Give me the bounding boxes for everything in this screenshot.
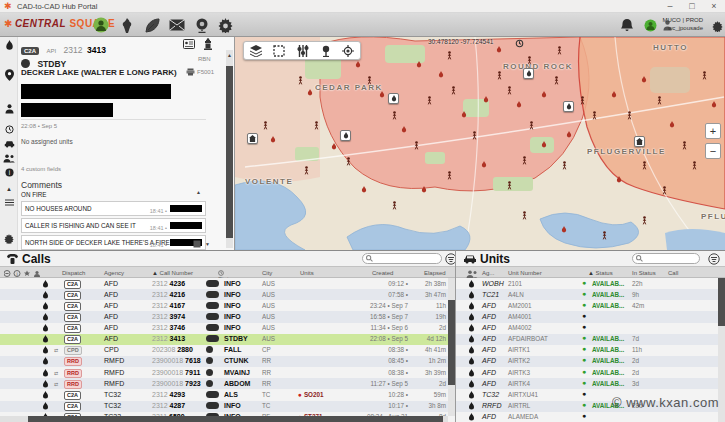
units-row[interactable]: AFDAIRTK1●AVAILAB...11h: [456, 345, 725, 356]
map-view[interactable]: 30.478120 -97.724541 + − CEDAR PARKROUND…: [235, 37, 725, 250]
fire-marker[interactable]: [307, 89, 313, 96]
fire-marker[interactable]: [461, 111, 467, 118]
col-units[interactable]: Units: [300, 270, 314, 276]
person-marker[interactable]: [450, 86, 457, 95]
col-dispatch[interactable]: Dispatch: [62, 270, 85, 276]
units-row[interactable]: AFDAIRTK2●AVAILAB...2d: [456, 356, 725, 367]
fire-map-badge[interactable]: [388, 93, 399, 104]
home-map-badge[interactable]: [634, 136, 645, 147]
calls-row[interactable]: C2AAFD2312 4167INFOAUS23:24 • Sep 711h: [0, 300, 455, 311]
person-marker[interactable]: [661, 186, 668, 195]
calls-row[interactable]: ⇄RRDRMFD23900018 7911MVAINJRR08:38 •3h 3…: [0, 367, 455, 378]
refresh-coords-icon[interactable]: [515, 39, 524, 48]
units-scroll-thumb[interactable]: [718, 278, 725, 326]
comments-scroll-down-icon[interactable]: ▼: [205, 241, 210, 247]
units-row[interactable]: AFDALAMEDA●: [456, 412, 725, 422]
col-call-number[interactable]: ▲ Call Number: [152, 270, 193, 276]
calls-row[interactable]: C2AAFD2312 4216INFOAUS07:58 •3h 47m: [0, 289, 455, 300]
calls-row[interactable]: C2ATC322312 4293ALSTC● SO20110:28 •59m: [0, 389, 455, 400]
units-filter-icon[interactable]: [708, 253, 720, 265]
mail-icon[interactable]: [168, 16, 186, 34]
person-marker[interactable]: [496, 71, 503, 80]
units-row[interactable]: AFDAFDAIRBOAT●AVAILAB...7d: [456, 334, 725, 345]
fire-map-badge[interactable]: [563, 101, 574, 112]
person-marker[interactable]: [601, 231, 608, 240]
fire-marker[interactable]: [355, 61, 361, 68]
comments-scroll-up-icon[interactable]: ▲: [196, 189, 201, 195]
hydrant-icon[interactable]: [203, 38, 213, 50]
fire-marker[interactable]: [541, 91, 547, 98]
calls-search-input[interactable]: [362, 253, 442, 264]
person-marker[interactable]: [579, 96, 586, 105]
zoom-out-button[interactable]: −: [705, 143, 721, 159]
calls-row[interactable]: C2AAFD2312 4236INFOAUS09:12 •2h 38m: [0, 278, 455, 289]
person-marker[interactable]: [641, 161, 648, 170]
units-row[interactable]: AFDAM2001●AVAILAB...42m: [456, 300, 725, 311]
comment-row[interactable]: CALLER IS FISHING AND CAN SEE IT 18:41 •: [21, 218, 206, 233]
col-unit-number[interactable]: Unit Number: [508, 270, 542, 276]
person-marker[interactable]: [556, 46, 563, 55]
detail-scrollbar[interactable]: ▲: [226, 50, 233, 248]
fire-marker[interactable]: [421, 186, 427, 193]
select-area-icon[interactable]: [273, 45, 285, 57]
person-marker[interactable]: [591, 111, 598, 120]
col-created[interactable]: Created: [372, 270, 393, 276]
person-marker[interactable]: [303, 166, 310, 175]
minimize-button[interactable]: –: [659, 0, 681, 13]
quill-icon[interactable]: [143, 16, 161, 34]
avatar-icon[interactable]: [92, 16, 110, 34]
fire-marker[interactable]: [416, 61, 422, 68]
comment-row[interactable]: NO HOUSES AROUND 18:41 •: [21, 201, 206, 216]
zoom-in-button[interactable]: +: [705, 123, 721, 139]
person-marker[interactable]: [391, 111, 398, 120]
person-marker[interactable]: [681, 141, 688, 150]
comment-row[interactable]: NORTH SIDE OF DECKER LAKE THERE'S A FIRE…: [21, 235, 206, 250]
id-card-icon[interactable]: [183, 39, 195, 49]
col-ag-[interactable]: Ag...: [482, 270, 494, 276]
person-marker[interactable]: [656, 96, 663, 105]
calls-scroll-thumb[interactable]: [448, 300, 455, 385]
fire-marker[interactable]: [379, 91, 385, 98]
person-marker[interactable]: [446, 51, 453, 60]
home-map-badge[interactable]: [247, 133, 258, 144]
fire-map-badge[interactable]: [523, 68, 534, 79]
col-city[interactable]: City: [262, 270, 272, 276]
col-status[interactable]: ▲ Status: [588, 270, 613, 276]
fire-marker[interactable]: [361, 186, 367, 193]
torch-icon[interactable]: [118, 16, 136, 34]
crosshair-icon[interactable]: [342, 45, 354, 57]
units-row[interactable]: AFDAM4002●: [456, 323, 725, 334]
col-in-status[interactable]: In Status: [632, 270, 656, 276]
calls-row[interactable]: C2AAFD2312 3746INFOAUS11:34 • Sep 62d: [0, 323, 455, 334]
fire-marker[interactable]: [481, 161, 487, 168]
units-row[interactable]: AFDAIRTK3●AVAILAB...2d: [456, 367, 725, 378]
person-marker[interactable]: [528, 121, 535, 130]
units-row[interactable]: TC21A4LN●AVAILAB...9h: [456, 289, 725, 300]
fire-marker[interactable]: [496, 46, 502, 53]
person-marker[interactable]: [691, 161, 698, 170]
scroll-thumb[interactable]: [226, 66, 233, 238]
person-marker[interactable]: [345, 157, 352, 166]
layers-icon[interactable]: [250, 45, 262, 57]
person-marker[interactable]: [521, 156, 528, 165]
units-row[interactable]: AFDAM4001●: [456, 311, 725, 322]
units-row[interactable]: WOBH2101●AVAILAB...22h: [456, 278, 725, 289]
fire-marker[interactable]: [270, 136, 276, 143]
fire-map-badge[interactable]: [340, 130, 351, 141]
hscroll-thumb[interactable]: [28, 416, 443, 422]
fire-marker[interactable]: [541, 141, 547, 148]
calls-row[interactable]: ⇄CPDCPD202308 2880FALLCP08:38 •4h 41m: [0, 345, 455, 356]
fire-marker[interactable]: [438, 71, 444, 78]
close-button[interactable]: ×: [703, 0, 725, 13]
person-marker[interactable]: [506, 181, 513, 190]
person-marker[interactable]: [626, 111, 633, 120]
fire-marker[interactable]: [669, 121, 675, 128]
user-settings-gear-icon[interactable]: [711, 20, 723, 32]
person-marker[interactable]: [506, 86, 513, 95]
fire-marker[interactable]: [611, 91, 617, 98]
person-marker[interactable]: [641, 216, 648, 225]
col-agency[interactable]: Agency: [104, 270, 124, 276]
calls-row[interactable]: RRDRMFD23900018 7618CTUNKRR08:45 •1h 2m: [0, 356, 455, 367]
fire-marker[interactable]: [331, 143, 337, 150]
units-vertical-scrollbar[interactable]: [718, 278, 725, 422]
